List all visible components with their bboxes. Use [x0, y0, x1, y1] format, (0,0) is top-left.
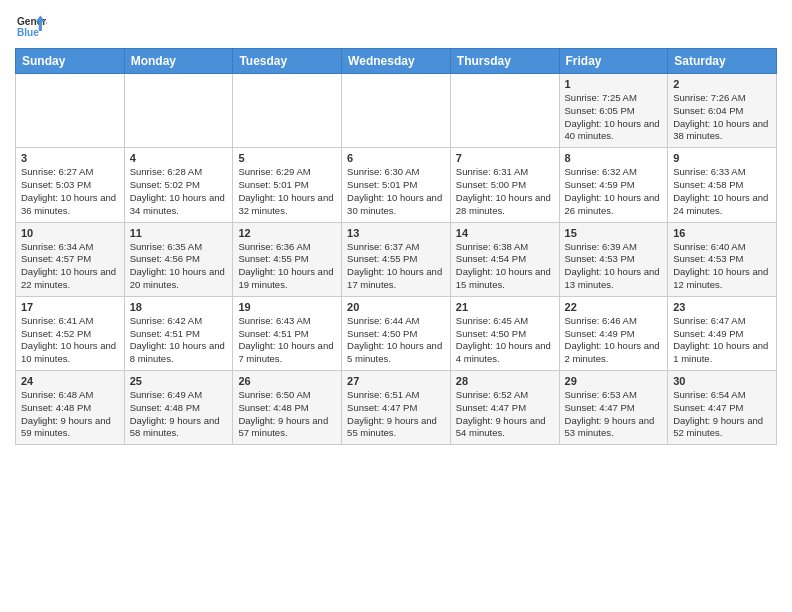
- day-number: 8: [565, 152, 663, 164]
- calendar-cell: 9Sunrise: 6:33 AM Sunset: 4:58 PM Daylig…: [668, 148, 777, 222]
- calendar-cell: 19Sunrise: 6:43 AM Sunset: 4:51 PM Dayli…: [233, 296, 342, 370]
- day-number: 30: [673, 375, 771, 387]
- calendar-cell: 20Sunrise: 6:44 AM Sunset: 4:50 PM Dayli…: [342, 296, 451, 370]
- day-number: 11: [130, 227, 228, 239]
- weekday-header: Friday: [559, 49, 668, 74]
- calendar-cell: 23Sunrise: 6:47 AM Sunset: 4:49 PM Dayli…: [668, 296, 777, 370]
- day-number: 18: [130, 301, 228, 313]
- day-info: Sunrise: 6:38 AM Sunset: 4:54 PM Dayligh…: [456, 241, 554, 292]
- weekday-header: Saturday: [668, 49, 777, 74]
- calendar-week-row: 17Sunrise: 6:41 AM Sunset: 4:52 PM Dayli…: [16, 296, 777, 370]
- day-number: 19: [238, 301, 336, 313]
- day-info: Sunrise: 6:30 AM Sunset: 5:01 PM Dayligh…: [347, 166, 445, 217]
- day-info: Sunrise: 6:31 AM Sunset: 5:00 PM Dayligh…: [456, 166, 554, 217]
- calendar-week-row: 3Sunrise: 6:27 AM Sunset: 5:03 PM Daylig…: [16, 148, 777, 222]
- day-number: 7: [456, 152, 554, 164]
- day-number: 21: [456, 301, 554, 313]
- day-number: 3: [21, 152, 119, 164]
- day-info: Sunrise: 6:54 AM Sunset: 4:47 PM Dayligh…: [673, 389, 771, 440]
- calendar-cell: [450, 74, 559, 148]
- day-number: 1: [565, 78, 663, 90]
- calendar-cell: 28Sunrise: 6:52 AM Sunset: 4:47 PM Dayli…: [450, 371, 559, 445]
- day-number: 23: [673, 301, 771, 313]
- calendar-cell: 4Sunrise: 6:28 AM Sunset: 5:02 PM Daylig…: [124, 148, 233, 222]
- calendar-cell: 8Sunrise: 6:32 AM Sunset: 4:59 PM Daylig…: [559, 148, 668, 222]
- calendar-cell: 25Sunrise: 6:49 AM Sunset: 4:48 PM Dayli…: [124, 371, 233, 445]
- day-number: 14: [456, 227, 554, 239]
- day-number: 5: [238, 152, 336, 164]
- calendar-cell: 10Sunrise: 6:34 AM Sunset: 4:57 PM Dayli…: [16, 222, 125, 296]
- day-info: Sunrise: 6:50 AM Sunset: 4:48 PM Dayligh…: [238, 389, 336, 440]
- calendar-cell: 26Sunrise: 6:50 AM Sunset: 4:48 PM Dayli…: [233, 371, 342, 445]
- calendar-week-row: 1Sunrise: 7:25 AM Sunset: 6:05 PM Daylig…: [16, 74, 777, 148]
- day-info: Sunrise: 6:43 AM Sunset: 4:51 PM Dayligh…: [238, 315, 336, 366]
- day-info: Sunrise: 6:48 AM Sunset: 4:48 PM Dayligh…: [21, 389, 119, 440]
- day-info: Sunrise: 6:32 AM Sunset: 4:59 PM Dayligh…: [565, 166, 663, 217]
- calendar-cell: 29Sunrise: 6:53 AM Sunset: 4:47 PM Dayli…: [559, 371, 668, 445]
- day-info: Sunrise: 6:40 AM Sunset: 4:53 PM Dayligh…: [673, 241, 771, 292]
- day-number: 9: [673, 152, 771, 164]
- weekday-header: Thursday: [450, 49, 559, 74]
- weekday-header: Monday: [124, 49, 233, 74]
- calendar-cell: 14Sunrise: 6:38 AM Sunset: 4:54 PM Dayli…: [450, 222, 559, 296]
- day-number: 13: [347, 227, 445, 239]
- calendar-cell: 1Sunrise: 7:25 AM Sunset: 6:05 PM Daylig…: [559, 74, 668, 148]
- calendar-week-row: 10Sunrise: 6:34 AM Sunset: 4:57 PM Dayli…: [16, 222, 777, 296]
- day-number: 20: [347, 301, 445, 313]
- weekday-header: Sunday: [16, 49, 125, 74]
- calendar-cell: 15Sunrise: 6:39 AM Sunset: 4:53 PM Dayli…: [559, 222, 668, 296]
- page-header: General Blue: [15, 10, 777, 42]
- day-info: Sunrise: 6:36 AM Sunset: 4:55 PM Dayligh…: [238, 241, 336, 292]
- day-info: Sunrise: 6:47 AM Sunset: 4:49 PM Dayligh…: [673, 315, 771, 366]
- day-number: 16: [673, 227, 771, 239]
- calendar-cell: 21Sunrise: 6:45 AM Sunset: 4:50 PM Dayli…: [450, 296, 559, 370]
- day-info: Sunrise: 6:46 AM Sunset: 4:49 PM Dayligh…: [565, 315, 663, 366]
- calendar-cell: 7Sunrise: 6:31 AM Sunset: 5:00 PM Daylig…: [450, 148, 559, 222]
- day-number: 24: [21, 375, 119, 387]
- day-info: Sunrise: 6:37 AM Sunset: 4:55 PM Dayligh…: [347, 241, 445, 292]
- day-number: 25: [130, 375, 228, 387]
- calendar-cell: 13Sunrise: 6:37 AM Sunset: 4:55 PM Dayli…: [342, 222, 451, 296]
- day-number: 17: [21, 301, 119, 313]
- day-info: Sunrise: 6:39 AM Sunset: 4:53 PM Dayligh…: [565, 241, 663, 292]
- calendar-header-row: SundayMondayTuesdayWednesdayThursdayFrid…: [16, 49, 777, 74]
- logo-icon: General Blue: [15, 14, 47, 42]
- calendar-cell: 22Sunrise: 6:46 AM Sunset: 4:49 PM Dayli…: [559, 296, 668, 370]
- svg-text:Blue: Blue: [17, 27, 39, 38]
- day-number: 26: [238, 375, 336, 387]
- weekday-header: Wednesday: [342, 49, 451, 74]
- day-info: Sunrise: 6:41 AM Sunset: 4:52 PM Dayligh…: [21, 315, 119, 366]
- day-info: Sunrise: 6:53 AM Sunset: 4:47 PM Dayligh…: [565, 389, 663, 440]
- day-info: Sunrise: 6:52 AM Sunset: 4:47 PM Dayligh…: [456, 389, 554, 440]
- calendar-cell: [124, 74, 233, 148]
- calendar-cell: 30Sunrise: 6:54 AM Sunset: 4:47 PM Dayli…: [668, 371, 777, 445]
- calendar-cell: 6Sunrise: 6:30 AM Sunset: 5:01 PM Daylig…: [342, 148, 451, 222]
- calendar-cell: 3Sunrise: 6:27 AM Sunset: 5:03 PM Daylig…: [16, 148, 125, 222]
- day-info: Sunrise: 6:51 AM Sunset: 4:47 PM Dayligh…: [347, 389, 445, 440]
- calendar-cell: 18Sunrise: 6:42 AM Sunset: 4:51 PM Dayli…: [124, 296, 233, 370]
- calendar-cell: 16Sunrise: 6:40 AM Sunset: 4:53 PM Dayli…: [668, 222, 777, 296]
- day-info: Sunrise: 6:44 AM Sunset: 4:50 PM Dayligh…: [347, 315, 445, 366]
- day-number: 15: [565, 227, 663, 239]
- day-info: Sunrise: 6:29 AM Sunset: 5:01 PM Dayligh…: [238, 166, 336, 217]
- day-number: 12: [238, 227, 336, 239]
- calendar-cell: 5Sunrise: 6:29 AM Sunset: 5:01 PM Daylig…: [233, 148, 342, 222]
- day-info: Sunrise: 6:33 AM Sunset: 4:58 PM Dayligh…: [673, 166, 771, 217]
- day-info: Sunrise: 6:27 AM Sunset: 5:03 PM Dayligh…: [21, 166, 119, 217]
- calendar-cell: [342, 74, 451, 148]
- day-info: Sunrise: 6:42 AM Sunset: 4:51 PM Dayligh…: [130, 315, 228, 366]
- day-info: Sunrise: 6:34 AM Sunset: 4:57 PM Dayligh…: [21, 241, 119, 292]
- day-info: Sunrise: 7:26 AM Sunset: 6:04 PM Dayligh…: [673, 92, 771, 143]
- day-info: Sunrise: 6:49 AM Sunset: 4:48 PM Dayligh…: [130, 389, 228, 440]
- day-info: Sunrise: 6:35 AM Sunset: 4:56 PM Dayligh…: [130, 241, 228, 292]
- day-number: 6: [347, 152, 445, 164]
- day-info: Sunrise: 6:28 AM Sunset: 5:02 PM Dayligh…: [130, 166, 228, 217]
- day-number: 2: [673, 78, 771, 90]
- calendar-cell: 11Sunrise: 6:35 AM Sunset: 4:56 PM Dayli…: [124, 222, 233, 296]
- calendar-cell: [233, 74, 342, 148]
- day-number: 28: [456, 375, 554, 387]
- day-number: 29: [565, 375, 663, 387]
- day-number: 10: [21, 227, 119, 239]
- day-info: Sunrise: 7:25 AM Sunset: 6:05 PM Dayligh…: [565, 92, 663, 143]
- calendar-cell: 24Sunrise: 6:48 AM Sunset: 4:48 PM Dayli…: [16, 371, 125, 445]
